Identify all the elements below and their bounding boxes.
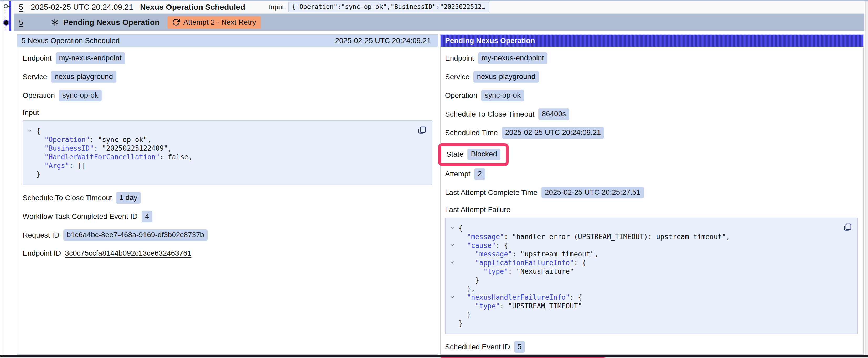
timeline-circle-open	[4, 4, 8, 8]
json-text: }	[459, 276, 479, 284]
field-row: Endpointmy-nexus-endpoint	[23, 53, 432, 64]
event-title: Nexus Operation Scheduled	[140, 3, 245, 11]
window-left-border	[2, 0, 2, 356]
json-text: : {	[574, 259, 586, 267]
retry-badge: Attempt 2 · Next Retry	[167, 16, 260, 29]
collapse-chevron-icon[interactable]	[451, 225, 454, 229]
field-label: Service	[23, 73, 47, 81]
field-label: Service	[445, 73, 469, 81]
json-text: : "handler error (UPSTREAM_TIMEOUT): ups…	[504, 233, 730, 241]
collapse-chevron-icon[interactable]	[451, 295, 454, 298]
field-value-chip: nexus-playground	[51, 71, 116, 83]
timeline-tick	[8, 6, 10, 7]
event-detail-card-pending: Pending Nexus Operation Endpointmy-nexus…	[440, 34, 864, 355]
json-text: : false,	[160, 153, 192, 161]
field-row: Request IDb1c6a4bc-8ee7-468a-9169-df3b02…	[23, 229, 432, 241]
field-row: Operationsync-op-ok	[445, 90, 858, 101]
asterisk-icon	[51, 18, 59, 27]
copy-icon[interactable]	[842, 222, 852, 232]
json-text: : {	[496, 241, 508, 249]
retry-badge-label: Attempt 2 · Next Retry	[183, 18, 256, 27]
field-label: Endpoint	[445, 54, 474, 62]
collapse-chevron-icon[interactable]	[451, 243, 454, 246]
field-label: State	[446, 150, 463, 159]
json-text	[459, 259, 475, 267]
collapse-chevron-icon[interactable]	[451, 260, 454, 263]
field-value-chip: nexus-playground	[473, 71, 539, 83]
code-line: }	[449, 276, 839, 285]
code-block: { "Operation": "sync-op-ok", "BusinessID…	[23, 121, 432, 185]
code-line: "nexusHandlerFailureInfo": {	[449, 293, 839, 302]
json-text: : {	[570, 293, 582, 301]
code-line: "Args": []	[26, 161, 413, 170]
event-id-link[interactable]: 5	[19, 18, 23, 27]
field-label: Scheduled Event ID	[445, 343, 510, 351]
code-line: "type": "UPSTREAM_TIMEOUT"	[449, 302, 839, 311]
event-row-scheduled[interactable]: 5 2025-02-25 UTC 20:24:09.21 Nexus Opera…	[14, 1, 864, 14]
copy-icon[interactable]	[417, 125, 427, 135]
field-value-chip: 1 day	[116, 192, 141, 204]
code-line: }	[26, 170, 413, 179]
json-text: : "upstream timeout",	[512, 250, 599, 258]
scrollbar-gutter[interactable]	[865, 1, 868, 355]
card-header: 5 Nexus Operation Scheduled 2025-02-25 U…	[17, 35, 438, 47]
card-header-striped: Pending Nexus Operation	[441, 35, 863, 47]
endpoint-id-link[interactable]: 3c0c75ccfa8144b092c13ce632463761	[65, 249, 191, 258]
json-text	[459, 241, 467, 249]
highlight-annotation: StateBlocked	[438, 143, 508, 166]
json-text: : "NexusFailure"	[508, 267, 574, 275]
field-value-chip: sync-op-ok	[59, 90, 102, 101]
retry-icon	[172, 19, 180, 26]
event-id-link[interactable]: 5	[19, 3, 23, 11]
code-line: "message": "upstream timeout",	[449, 250, 839, 259]
event-history-table: 5 2025-02-25 UTC 20:24:09.21 Nexus Opera…	[14, 1, 864, 31]
json-text: {	[36, 127, 40, 135]
json-text	[36, 144, 44, 152]
json-text	[36, 153, 44, 161]
code-line: }	[449, 319, 839, 328]
field-label: Input	[23, 108, 432, 117]
field-label: Last Attempt Complete Time	[445, 189, 537, 197]
field-row: Schedule To Close Timeout1 day	[23, 192, 432, 204]
field-label: Schedule To Close Timeout	[445, 110, 534, 118]
code-line: "HandlerWaitForCancellation": false,	[26, 153, 413, 161]
field-row: Endpointmy-nexus-endpoint	[445, 53, 858, 64]
json-text: }	[459, 311, 471, 319]
field-row: Workflow Task Completed Event ID4	[23, 211, 432, 222]
json-text: : []	[69, 162, 86, 169]
json-text	[459, 233, 467, 241]
field-value-chip: b1c6a4bc-8ee7-468a-9169-df3b02c8737b	[63, 229, 208, 241]
field-value-chip: 86400s	[538, 108, 569, 120]
code-line: "Operation": "sync-op-ok",	[26, 135, 413, 144]
json-key: "message"	[475, 250, 512, 258]
code-line: "applicationFailureInfo": {	[449, 259, 839, 267]
code-line: "type": "NexusFailure"	[449, 267, 839, 276]
field-label: Endpoint	[23, 54, 52, 62]
json-key: "type"	[484, 267, 508, 275]
collapse-chevron-icon[interactable]	[28, 128, 32, 132]
field-value-chip: sync-op-ok	[481, 90, 524, 101]
card-title: 5 Nexus Operation Scheduled	[22, 36, 120, 45]
json-key: "nexusHandlerFailureInfo"	[467, 293, 569, 301]
card-body: Endpointmy-nexus-endpointServicenexus-pl…	[17, 47, 438, 259]
json-key: "Operation"	[44, 136, 90, 143]
field-row: StateBlocked	[445, 146, 858, 164]
field-code-section: Last Attempt Failure{ "message": "handle…	[445, 205, 858, 334]
field-label: Schedule To Close Timeout	[23, 194, 112, 202]
field-row: Endpoint ID3c0c75ccfa8144b092c13ce632463…	[23, 248, 432, 259]
code-line: {	[449, 224, 839, 232]
input-label: Input	[269, 3, 284, 11]
field-label: Attempt	[445, 170, 470, 178]
field-label: Endpoint ID	[23, 249, 61, 258]
field-row: Schedule To Close Timeout86400s	[445, 108, 858, 120]
field-value-chip: 2025-02-25 UTC 20:25:27.51	[541, 187, 644, 198]
field-value-chip: my-nexus-endpoint	[56, 53, 125, 64]
json-text	[459, 267, 484, 275]
input-preview-chip[interactable]: {"Operation":"sync-op-ok","BusinessID":"…	[288, 2, 489, 12]
event-row-pending-selected[interactable]: 5 Pending Nexus Operation Attempt 2 · Ne…	[14, 14, 864, 31]
json-key: "message"	[467, 233, 504, 241]
field-row: Scheduled Time2025-02-25 UTC 20:24:09.21	[445, 127, 858, 138]
below-window-area	[0, 357, 868, 358]
field-label: Workflow Task Completed Event ID	[23, 212, 138, 221]
code-line: }	[449, 311, 839, 319]
